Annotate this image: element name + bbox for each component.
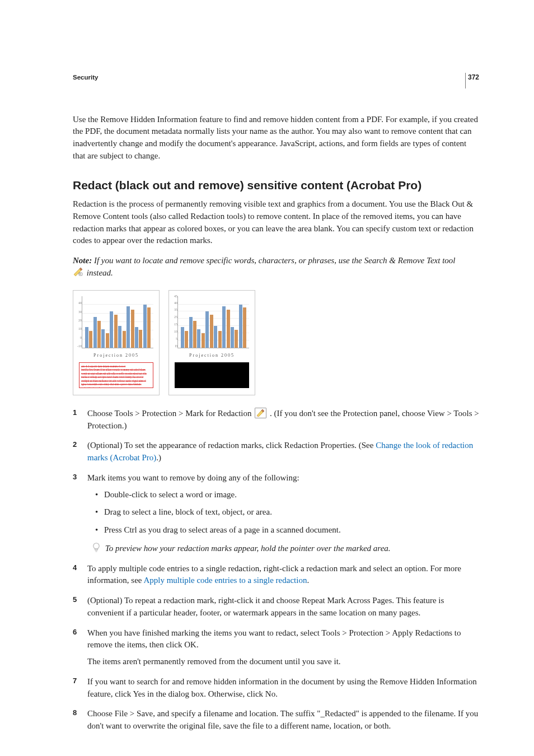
redaction-marked-text: am dolorperit lam iniam nummoloreet inci… bbox=[79, 362, 153, 388]
step-3-text: Mark items you want to remove by doing a… bbox=[87, 472, 479, 484]
step-2: (Optional) To set the appearance of reda… bbox=[73, 440, 479, 464]
step-5-text: (Optional) To repeat a redaction mark, r… bbox=[87, 595, 479, 619]
step-1-text-a: Choose Tools > Protection > Mark for Red… bbox=[87, 409, 254, 418]
step-1: Choose Tools > Protection > Mark for Red… bbox=[73, 408, 479, 432]
page-number: 372 bbox=[468, 73, 479, 82]
chart-marked bbox=[82, 296, 153, 348]
step-6-text-b: The items aren't permanently removed fro… bbox=[87, 656, 479, 668]
body-paragraph: Redaction is the process of permanently … bbox=[73, 198, 479, 247]
intro-paragraph: Use the Remove Hidden Information featur… bbox=[73, 114, 479, 162]
heading-redact: Redact (black out and remove) sensitive … bbox=[73, 177, 479, 194]
chart-title-right: Projection 2005 bbox=[169, 352, 255, 359]
lightbulb-icon bbox=[92, 542, 101, 553]
note-text-before: If you want to locate and remove specifi… bbox=[92, 256, 455, 265]
step-6: When you have finished marking the items… bbox=[73, 627, 479, 668]
thumb-marked: -10 0 10 20 30 40 bbox=[73, 290, 160, 395]
steps-list: Choose Tools > Protection > Mark for Red… bbox=[73, 408, 479, 732]
search-remove-icon bbox=[73, 267, 83, 280]
redaction-applied-block bbox=[175, 362, 249, 388]
note-text-after: instead. bbox=[85, 268, 113, 277]
note-paragraph: Note: If you want to locate and remove s… bbox=[73, 255, 479, 280]
step-4: To apply multiple code entries to a sing… bbox=[73, 563, 479, 587]
step-3-bullets: Double-click to select a word or image. … bbox=[95, 489, 479, 536]
step-8-text: Choose File > Save, and specify a filena… bbox=[87, 708, 479, 732]
tip-preview: To preview how your redaction marks appe… bbox=[92, 542, 479, 555]
thumb-applied: D 5 10 15 25 35 40 45 bbox=[168, 290, 255, 395]
step-4-text-b: . bbox=[307, 576, 309, 585]
step-7-text: If you want to search for and remove hid… bbox=[87, 676, 479, 701]
tip-text: To preview how your redaction marks appe… bbox=[105, 544, 391, 553]
step-8: Choose File > Save, and specify a filena… bbox=[73, 708, 479, 732]
bullet-ctrl-drag: Press Ctrl as you drag to select areas o… bbox=[95, 524, 479, 536]
step-7: If you want to search for and remove hid… bbox=[73, 676, 479, 701]
section-eyebrow: Security bbox=[73, 73, 479, 82]
step-2-text-a: (Optional) To set the appearance of reda… bbox=[87, 441, 376, 450]
step-2-text-b: .) bbox=[156, 453, 161, 462]
svg-point-3 bbox=[93, 543, 99, 549]
figure-redaction-comparison: -10 0 10 20 30 40 bbox=[73, 290, 479, 395]
mark-for-redaction-icon bbox=[255, 408, 266, 418]
step-5: (Optional) To repeat a redaction mark, r… bbox=[73, 595, 479, 619]
bullet-doubleclick: Double-click to select a word or image. bbox=[95, 489, 479, 501]
chart-applied bbox=[177, 296, 249, 348]
step-6-text-a: When you have finished marking the items… bbox=[87, 627, 479, 652]
note-label: Note: bbox=[73, 256, 92, 265]
bullet-drag: Drag to select a line, block of text, ob… bbox=[95, 506, 479, 519]
chart-title-left: Projection 2005 bbox=[73, 352, 159, 359]
step-3: Mark items you want to remove by doing a… bbox=[73, 472, 479, 555]
link-multiple-codes[interactable]: Apply multiple code entries to a single … bbox=[143, 576, 307, 585]
